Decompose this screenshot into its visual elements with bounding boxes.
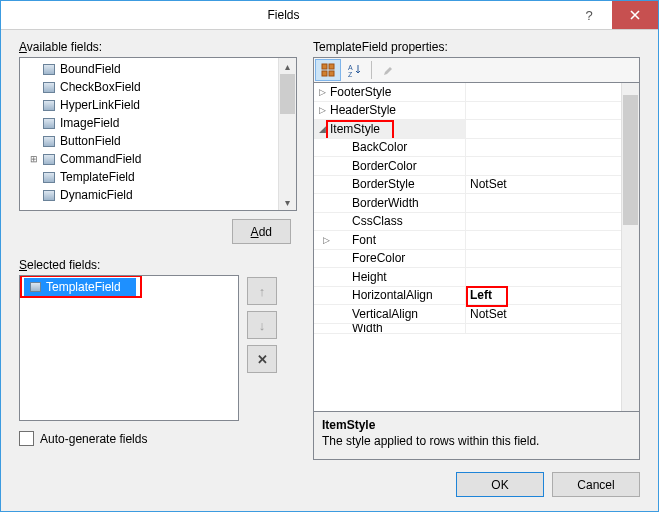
property-name: VerticalAlign [352,307,418,321]
categorized-button[interactable] [315,59,341,81]
scrollbar[interactable]: ▴ ▾ [278,58,296,210]
available-field-item[interactable]: BoundField [20,60,296,78]
property-value[interactable]: NotSet [466,305,622,323]
delete-icon: ✕ [257,352,268,367]
cancel-button[interactable]: Cancel [552,472,640,497]
property-value[interactable] [466,194,622,212]
property-row[interactable]: BorderWidth [314,194,622,213]
property-row[interactable]: HorizontalAlignLeft [314,287,622,306]
fields-dialog: Fields ? Available fields: BoundFieldChe… [0,0,659,512]
available-field-item[interactable]: TemplateField [20,168,296,186]
available-field-item[interactable]: DynamicField [20,186,296,204]
properties-label: TemplateField properties: [313,40,640,54]
field-label: ButtonField [60,132,121,150]
svg-rect-3 [329,71,334,76]
property-name: CssClass [352,214,403,228]
highlight-annotation [466,286,508,307]
window-title: Fields [1,8,566,22]
property-name: Font [352,233,376,247]
available-field-item[interactable]: ButtonField [20,132,296,150]
property-value[interactable] [466,139,622,157]
available-fields-label: Available fields: [19,40,297,54]
auto-generate-fields-checkbox[interactable]: Auto-generate fields [19,431,297,446]
auto-generate-fields-label: Auto-generate fields [40,432,147,446]
help-button[interactable]: ? [566,1,612,29]
scroll-up-icon[interactable]: ▴ [279,58,296,74]
property-name: BackColor [352,140,407,154]
property-value[interactable] [466,83,622,101]
add-button[interactable]: Add [232,219,291,244]
selected-field-item[interactable]: TemplateField [24,278,136,296]
property-name: ItemStyle [330,122,380,136]
property-grid[interactable]: ▷FooterStyle▷HeaderStyle◢ItemStyleBackCo… [313,83,640,412]
scroll-down-icon[interactable]: ▾ [279,194,296,210]
property-name: HorizontalAlign [352,288,433,302]
field-icon [42,135,56,147]
property-name: HeaderStyle [330,103,396,117]
field-icon [42,99,56,111]
field-icon [42,171,56,183]
property-row[interactable]: ForeColor [314,250,622,269]
property-row[interactable]: VerticalAlignNotSet [314,305,622,324]
property-toolbar: AZ [313,57,640,83]
available-field-item[interactable]: HyperLinkField [20,96,296,114]
property-description-text: The style applied to rows within this fi… [322,434,631,448]
available-field-item[interactable]: CheckBoxField [20,78,296,96]
property-value[interactable]: Left [466,287,622,305]
property-value[interactable] [466,213,622,231]
property-row[interactable]: BorderColor [314,157,622,176]
property-row[interactable]: Height [314,268,622,287]
property-name: Width [352,324,383,333]
property-row[interactable]: ◢ItemStyle [314,120,622,139]
selected-fields-listbox[interactable]: TemplateField [19,275,239,421]
property-value[interactable] [466,268,622,286]
arrow-down-icon: ↓ [259,318,266,333]
categorized-icon [321,63,335,77]
property-value[interactable] [466,250,622,268]
property-row[interactable]: BorderStyleNotSet [314,176,622,195]
arrow-up-icon: ↑ [259,284,266,299]
field-icon [42,81,56,93]
field-label: TemplateField [60,168,135,186]
property-value[interactable] [466,120,622,138]
property-row[interactable]: CssClass [314,213,622,232]
selected-fields-label: Selected fields: [19,258,297,272]
delete-button[interactable]: ✕ [247,345,277,373]
property-row[interactable]: ▷HeaderStyle [314,102,622,121]
property-row[interactable]: ▷FooterStyle [314,83,622,102]
svg-text:Z: Z [348,71,353,77]
field-label: HyperLinkField [60,96,140,114]
highlight-annotation [326,120,394,138]
property-name: BorderWidth [352,196,419,210]
property-value[interactable]: NotSet [466,176,622,194]
property-row[interactable]: BackColor [314,139,622,158]
svg-text:A: A [348,64,353,71]
svg-rect-1 [329,64,334,69]
scroll-thumb[interactable] [623,95,638,225]
property-row[interactable]: Width [314,324,622,334]
available-field-item[interactable]: ⊞CommandField [20,150,296,168]
svg-rect-0 [322,64,327,69]
ok-button[interactable]: OK [456,472,544,497]
property-value[interactable] [466,102,622,120]
field-label: BoundField [60,60,121,78]
scroll-thumb[interactable] [280,74,295,114]
field-icon [28,281,42,293]
property-value[interactable] [466,231,622,249]
toolbar-separator [371,61,372,79]
alpha-sort-icon: AZ [348,63,362,77]
field-icon [42,153,56,165]
property-row[interactable]: ▷Font [314,231,622,250]
alphabetical-button[interactable]: AZ [343,60,367,80]
move-up-button[interactable]: ↑ [247,277,277,305]
available-field-item[interactable]: ImageField [20,114,296,132]
property-value[interactable] [466,324,622,333]
close-button[interactable] [612,1,658,29]
field-label: DynamicField [60,186,133,204]
scrollbar[interactable] [621,83,639,411]
selected-field-label: TemplateField [46,280,121,294]
property-pages-button[interactable] [376,60,400,80]
property-value[interactable] [466,157,622,175]
available-fields-listbox[interactable]: BoundFieldCheckBoxFieldHyperLinkFieldIma… [19,57,297,211]
move-down-button[interactable]: ↓ [247,311,277,339]
